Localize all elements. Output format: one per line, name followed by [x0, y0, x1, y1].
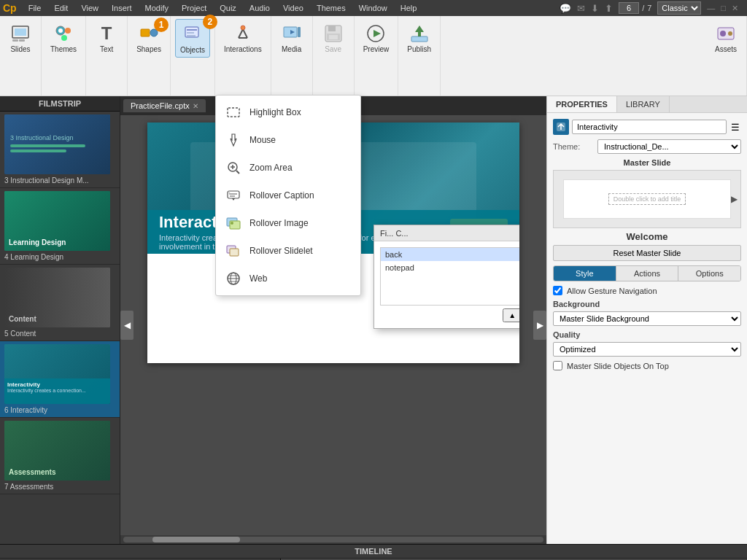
menu-view[interactable]: View [75, 2, 104, 14]
mode-select[interactable]: Classic [657, 1, 701, 15]
app-logo: Cp [3, 2, 17, 14]
shapes-label: Shapes [136, 45, 161, 53]
filmstrip-title-3: 3 Instructional Design M... [4, 176, 115, 184]
slides-icon [9, 22, 32, 45]
slide-name-input[interactable] [572, 120, 727, 134]
themes-button[interactable]: Themes [46, 19, 81, 56]
svg-point-42 [231, 222, 233, 225]
filmstrip-item-6[interactable]: Interactivity Interactivity creates a co… [0, 341, 120, 418]
svg-line-33 [236, 171, 239, 174]
menu-edit[interactable]: Edit [48, 2, 74, 14]
svg-rect-22 [329, 35, 338, 39]
popup-scroll-up[interactable]: ▲ [503, 308, 519, 322]
svg-rect-18 [298, 27, 301, 37]
horizontal-scrollbar[interactable] [120, 535, 546, 544]
master-slide-label: Master Slide [553, 158, 741, 167]
ribbon: Slides Themes T Text [0, 16, 747, 96]
actions-tab[interactable]: Actions [616, 266, 679, 281]
page-separator: / [642, 4, 644, 12]
mouse-icon [225, 131, 242, 149]
text-button[interactable]: T Text [90, 19, 123, 56]
filmstrip-title-4: 4 Learning Design [4, 253, 115, 261]
preview-button[interactable]: Preview [359, 19, 394, 56]
svg-rect-25 [411, 36, 427, 42]
media-button[interactable]: Media [276, 19, 308, 56]
mouse-label: Mouse [249, 135, 276, 145]
menu-help[interactable]: Help [395, 2, 423, 14]
filmstrip-item-3[interactable]: 3 Instructional Design 3 Instructional D… [0, 112, 120, 188]
shapes-button[interactable]: 1 Shapes [132, 19, 166, 56]
menu-window[interactable]: Window [353, 2, 393, 14]
tab-library[interactable]: LIBRARY [617, 96, 670, 112]
filmstrip-item-7[interactable]: Assessments 7 Assessments [0, 418, 120, 494]
filmstrip-item-4[interactable]: Learning Design 4 Learning Design [0, 188, 120, 265]
master-slide-expand-icon[interactable]: ▶ [731, 194, 738, 204]
menu-themes[interactable]: Themes [311, 2, 352, 14]
allow-gesture-row: Allow Gesture Navigation [553, 286, 741, 295]
rollover-caption-icon: T [225, 187, 242, 204]
assets-button[interactable]: Assets [710, 19, 742, 56]
ribbon-media-section: Media [271, 16, 313, 96]
dropdown-zoom-area[interactable]: Zoom Area [216, 154, 360, 182]
interactions-button[interactable]: Interactions [220, 19, 266, 56]
menu-file[interactable]: File [23, 2, 47, 14]
dropdown-mouse[interactable]: Mouse [216, 126, 360, 154]
popup-list-item-back[interactable]: back [381, 248, 519, 261]
active-tab[interactable]: PracticeFile.cptx ✕ [123, 99, 206, 112]
theme-select[interactable]: Instructional_De... [597, 139, 741, 154]
ribbon-save-section: Save [313, 16, 355, 96]
filmstrip-header: FILMSTRIP [0, 96, 120, 112]
hscroll-track [123, 537, 543, 542]
menu-insert[interactable]: Insert [106, 2, 138, 14]
filmstrip-item-5[interactable]: Content 5 Content [0, 265, 120, 341]
canvas-nav-left[interactable]: ◀ [120, 311, 133, 340]
style-tab[interactable]: Style [554, 266, 616, 281]
menu-quiz[interactable]: Quiz [214, 2, 242, 14]
svg-rect-3 [19, 39, 25, 42]
quality-select[interactable]: Optimized [553, 342, 741, 357]
web-icon [225, 270, 242, 287]
dropdown-rollover-image[interactable]: Rollover Image [216, 209, 360, 237]
props-menu-button[interactable]: ☰ [729, 120, 741, 134]
master-slide-preview: Double click to add title ▶ [553, 170, 741, 228]
allow-gesture-label: Allow Gesture Navigation [567, 287, 657, 295]
publish-button[interactable]: Publish [403, 19, 436, 56]
hscroll-thumb[interactable] [152, 537, 240, 542]
main-area: FILMSTRIP 3 Instructional Design 3 Instr… [0, 96, 747, 544]
tab-close-button[interactable]: ✕ [193, 102, 198, 110]
menu-modify[interactable]: Modify [139, 2, 174, 14]
svg-point-29 [720, 31, 726, 36]
objects-button[interactable]: 2 Objects [175, 19, 210, 58]
dropdown-rollover-caption[interactable]: T Rollover Caption [216, 182, 360, 209]
filmstrip-title-7: 7 Assessments [4, 483, 115, 491]
master-objects-label: Master Slide Objects On Top [567, 362, 669, 370]
slides-button[interactable]: Slides [4, 19, 36, 56]
props-name-row: ☰ [553, 119, 741, 135]
style-actions-bar: Style Actions Options [553, 265, 741, 281]
save-button[interactable]: Save [317, 19, 349, 56]
filmstrip-title-6: 6 Interactivity [4, 406, 115, 414]
dropdown-web[interactable]: Web [216, 265, 360, 292]
tab-properties[interactable]: PROPERTIES [547, 96, 617, 112]
master-objects-row: Master Slide Objects On Top [553, 361, 741, 370]
quality-section-label: Quality [553, 330, 741, 339]
dropdown-highlight-box[interactable]: Highlight Box [216, 98, 360, 126]
filmstrip-thumb-5: Content [4, 268, 110, 327]
master-objects-checkbox[interactable] [553, 361, 562, 370]
menu-audio[interactable]: Audio [244, 2, 276, 14]
svg-rect-31 [228, 108, 239, 117]
popup-list-item-notepad[interactable]: notepad [381, 261, 519, 274]
background-select[interactable]: Master Slide Background [553, 311, 741, 326]
menu-project[interactable]: Project [176, 2, 212, 14]
allow-gesture-checkbox[interactable] [553, 286, 562, 295]
canvas-nav-right[interactable]: ▶ [533, 311, 546, 340]
reset-master-slide-button[interactable]: Reset Master Slide [553, 245, 741, 261]
rollover-image-label: Rollover Image [249, 218, 309, 228]
svg-marker-26 [415, 26, 424, 32]
dropdown-rollover-slidelet[interactable]: Rollover Slidelet [216, 237, 360, 265]
page-indicator: / 7 [619, 2, 651, 14]
menu-video[interactable]: Video [277, 2, 309, 14]
options-tab[interactable]: Options [678, 266, 740, 281]
text-icon: T [95, 22, 118, 45]
page-number-input[interactable] [619, 2, 639, 14]
